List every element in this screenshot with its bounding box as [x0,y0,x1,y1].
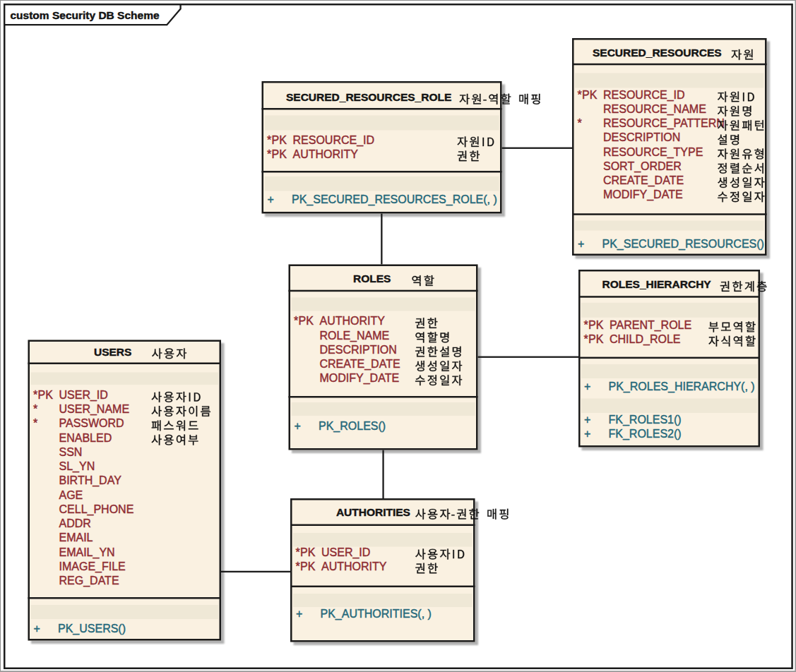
svg-text:PARENT_ROLE: PARENT_ROLE [610,319,691,332]
svg-text:MODIFY_DATE: MODIFY_DATE [603,188,683,201]
svg-text:CREATE_DATE: CREATE_DATE [320,358,400,371]
svg-text:PK: PK [299,315,314,327]
svg-text:+: + [34,623,40,635]
svg-text:*: * [33,417,37,429]
svg-text:PK: PK [272,134,287,146]
svg-text:RESOURCE_PATTERN: RESOURCE_PATTERN [603,117,725,130]
svg-text:ROLES_HIERARCHY: ROLES_HIERARCHY [602,278,712,290]
svg-text:RESOURCE_TYPE: RESOURCE_TYPE [603,146,703,159]
svg-text:DESCRIPTION: DESCRIPTION [603,131,680,143]
svg-text:*: * [578,89,582,101]
svg-text:IMAGE_FILE: IMAGE_FILE [59,560,126,573]
svg-text:DESCRIPTION: DESCRIPTION [320,344,397,356]
svg-text:BIRTH_DAY: BIRTH_DAY [59,474,122,487]
svg-text:AUTHORITIES: AUTHORITIES [336,506,410,518]
svg-text:+: + [296,608,302,620]
svg-text:ROLE_NAME: ROLE_NAME [320,330,390,342]
svg-text:CELL_PHONE: CELL_PHONE [59,503,134,516]
svg-text:*: * [296,546,300,558]
svg-text:PK: PK [588,319,604,331]
svg-text:FK_ROLES2(): FK_ROLES2() [609,428,682,440]
svg-text:ROLES: ROLES [353,272,391,284]
svg-text:+: + [584,428,590,440]
svg-text:+: + [584,414,590,426]
svg-text:*: * [584,319,588,331]
svg-text:SORT_ORDER: SORT_ORDER [603,160,682,173]
svg-text:CHILD_ROLE: CHILD_ROLE [610,333,680,346]
svg-text:EMAIL: EMAIL [59,532,93,544]
svg-text:ENABLED: ENABLED [59,432,112,444]
svg-text:USER_ID: USER_ID [59,389,108,402]
svg-text:MODIFY_DATE: MODIFY_DATE [320,372,400,385]
svg-text:PK: PK [272,148,287,160]
svg-text:PK_ROLES_HIERARCHY(, ): PK_ROLES_HIERARCHY(, ) [609,380,755,393]
svg-text:USERS: USERS [94,346,131,358]
svg-text:AUTHORITY: AUTHORITY [321,560,387,572]
svg-text:RESOURCE_ID: RESOURCE_ID [603,89,685,102]
svg-text:PK_SECURED_RESOURCES(): PK_SECURED_RESOURCES() [602,238,764,251]
svg-text:SECURED_RESOURCES_ROLE: SECURED_RESOURCES_ROLE [286,91,451,103]
svg-text:PK: PK [300,560,316,572]
svg-text:+: + [295,420,301,432]
svg-text:+: + [584,380,590,392]
svg-text:custom Security DB Scheme: custom Security DB Scheme [11,9,160,21]
svg-text:SECURED_RESOURCES: SECURED_RESOURCES [593,47,722,59]
svg-text:ADDR: ADDR [59,517,91,529]
svg-text:PASSWORD: PASSWORD [59,417,124,429]
svg-text:AUTHORITY: AUTHORITY [293,148,359,160]
svg-text:USER_ID: USER_ID [321,546,370,559]
svg-text:*: * [296,560,300,572]
svg-text:PK: PK [588,333,604,345]
svg-text:PK_AUTHORITIES(, ): PK_AUTHORITIES(, ) [321,608,432,620]
svg-text:AGE: AGE [59,489,83,501]
svg-text:+: + [578,238,584,250]
svg-text:*: * [267,148,271,160]
svg-text:*: * [584,333,588,345]
svg-text:PK_USERS(): PK_USERS() [58,623,126,635]
svg-text:PK: PK [38,389,54,401]
svg-text:PK_SECURED_RESOURCES_ROLE(, ): PK_SECURED_RESOURCES_ROLE(, ) [292,193,497,206]
svg-text:*: * [33,403,37,415]
svg-text:*: * [33,389,37,401]
svg-text:CREATE_DATE: CREATE_DATE [603,174,684,187]
svg-text:SSN: SSN [59,446,83,458]
svg-text:PK_ROLES(): PK_ROLES() [319,420,386,433]
svg-text:EMAIL_YN: EMAIL_YN [59,546,115,559]
svg-text:*: * [578,117,582,129]
svg-text:FK_ROLES1(): FK_ROLES1() [609,414,682,426]
svg-text:RESOURCE_ID: RESOURCE_ID [293,134,375,147]
svg-text:USER_NAME: USER_NAME [59,403,130,416]
svg-text:*: * [267,134,271,146]
svg-text:AUTHORITY: AUTHORITY [320,315,386,327]
svg-text:PK: PK [300,546,316,558]
svg-text:RESOURCE_NAME: RESOURCE_NAME [603,103,706,116]
svg-text:REG_DATE: REG_DATE [59,575,119,587]
svg-text:SL_YN: SL_YN [59,460,95,473]
svg-text:*: * [294,315,298,327]
svg-text:PK: PK [582,89,598,101]
svg-text:+: + [268,193,274,205]
